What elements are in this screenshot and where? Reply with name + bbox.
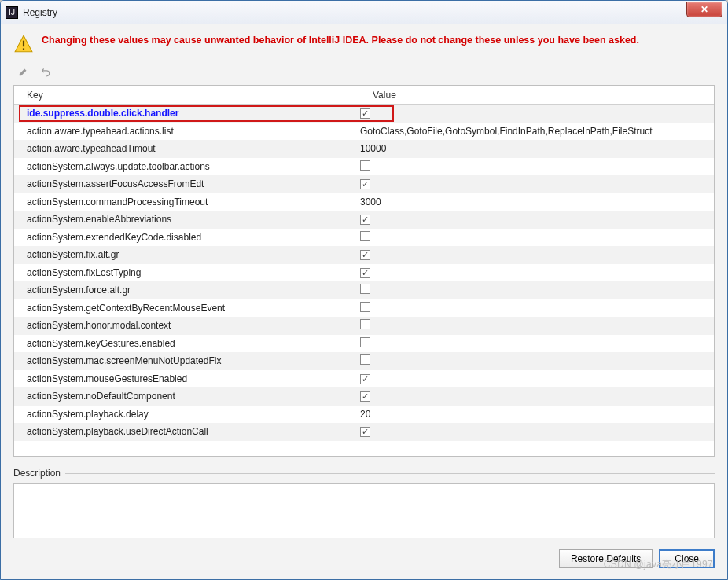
cell-value[interactable] <box>360 231 714 244</box>
cell-key: actionSystem.keyGestures.enabled <box>14 338 360 349</box>
window-title: Registry <box>23 7 686 18</box>
checkbox[interactable] <box>360 250 370 260</box>
checkbox[interactable] <box>360 391 370 402</box>
cell-value[interactable] <box>360 108 714 119</box>
cell-value[interactable] <box>360 214 714 225</box>
description-label-row: Description <box>13 468 715 479</box>
warning-icon <box>13 34 34 57</box>
app-icon: IJ <box>6 6 18 19</box>
cell-key: actionSystem.noDefaultComponent <box>14 391 360 402</box>
dialog-body: Changing these values may cause unwanted… <box>1 24 727 579</box>
table-row[interactable]: actionSystem.fixLostTyping <box>14 264 714 282</box>
cell-value[interactable] <box>360 160 714 173</box>
checkbox[interactable] <box>360 319 370 329</box>
table-row[interactable]: ide.suppress.double.click.handler <box>14 105 714 123</box>
close-window-button[interactable]: ✕ <box>686 2 722 17</box>
table-row[interactable]: actionSystem.commandProcessingTimeout300… <box>14 193 714 211</box>
cell-key: action.aware.typeahead.actions.list <box>14 126 360 137</box>
registry-dialog: IJ Registry ✕ Changing these values may … <box>0 0 728 580</box>
cell-value[interactable] <box>360 337 714 350</box>
table-row[interactable]: actionSystem.noDefaultComponent <box>14 387 714 406</box>
checkbox[interactable] <box>360 354 370 365</box>
cell-value[interactable] <box>360 284 714 296</box>
table-row[interactable]: action.aware.typeahead.actions.listGotoC… <box>14 123 714 141</box>
table-row[interactable]: actionSystem.extendedKeyCode.disabled <box>14 229 714 247</box>
cell-key: actionSystem.fix.alt.gr <box>14 249 360 260</box>
checkbox[interactable] <box>360 160 370 171</box>
restore-defaults-button[interactable]: Restore Defaults <box>559 549 653 568</box>
checkbox[interactable] <box>360 427 370 437</box>
description-group: Description <box>13 468 715 538</box>
cell-key: actionSystem.commandProcessingTimeout <box>14 196 360 207</box>
titlebar: IJ Registry ✕ <box>1 1 727 24</box>
cell-key: action.aware.typeaheadTimout <box>14 143 360 154</box>
warning-text: Changing these values may cause unwanted… <box>42 34 639 46</box>
cell-key: actionSystem.honor.modal.context <box>14 320 360 331</box>
cell-key: actionSystem.force.alt.gr <box>14 284 360 296</box>
table-row[interactable]: actionSystem.keyGestures.enabled <box>14 335 714 353</box>
table-row[interactable]: actionSystem.assertFocusAccessFromEdt <box>14 175 714 193</box>
cell-value[interactable] <box>360 267 714 278</box>
cell-value[interactable] <box>360 373 714 384</box>
undo-icon[interactable] <box>39 64 53 79</box>
table-row[interactable]: actionSystem.playback.useDirectActionCal… <box>14 423 714 441</box>
cell-key: actionSystem.mouseGesturesEnabled <box>14 373 360 384</box>
table-row[interactable]: actionSystem.playback.delay20 <box>14 406 714 424</box>
svg-rect-1 <box>23 48 24 50</box>
column-header-key[interactable]: Key <box>14 86 360 104</box>
cell-value[interactable]: 3000 <box>360 196 714 207</box>
divider <box>65 473 715 474</box>
cell-value[interactable] <box>360 302 714 314</box>
table-row[interactable]: actionSystem.always.update.toolbar.actio… <box>14 158 714 176</box>
cell-value[interactable] <box>360 249 714 260</box>
table-header: Key Value <box>14 86 714 105</box>
cell-value[interactable] <box>360 178 714 189</box>
table-row[interactable]: actionSystem.getContextByRecentMouseEven… <box>14 299 714 318</box>
column-header-value[interactable]: Value <box>360 86 714 104</box>
checkbox[interactable] <box>360 215 370 225</box>
description-box[interactable] <box>13 483 715 538</box>
close-icon: ✕ <box>700 4 708 15</box>
close-button[interactable]: Close <box>659 549 715 568</box>
description-label: Description <box>13 468 61 479</box>
cell-key: actionSystem.always.update.toolbar.actio… <box>14 161 360 172</box>
warning-banner: Changing these values may cause unwanted… <box>13 34 715 57</box>
cell-key: actionSystem.extendedKeyCode.disabled <box>14 232 360 243</box>
cell-value[interactable] <box>360 391 714 402</box>
cell-value[interactable] <box>360 354 714 367</box>
cell-value[interactable] <box>360 426 714 437</box>
checkbox[interactable] <box>360 374 370 384</box>
checkbox[interactable] <box>360 108 370 119</box>
table-row[interactable]: actionSystem.force.alt.gr <box>14 281 714 299</box>
table-row[interactable]: actionSystem.honor.modal.context <box>14 317 714 335</box>
cell-key: actionSystem.mac.screenMenuNotUpdatedFix <box>14 355 360 366</box>
table-row[interactable]: actionSystem.mac.screenMenuNotUpdatedFix <box>14 352 714 370</box>
cell-key: actionSystem.assertFocusAccessFromEdt <box>14 178 360 189</box>
cell-value[interactable]: 20 <box>360 409 714 420</box>
cell-key: actionSystem.fixLostTyping <box>14 267 360 278</box>
checkbox[interactable] <box>360 284 370 294</box>
table-row[interactable]: actionSystem.mouseGesturesEnabled <box>14 370 714 388</box>
cell-key: actionSystem.getContextByRecentMouseEven… <box>14 303 360 314</box>
checkbox[interactable] <box>360 268 370 278</box>
registry-table: Key Value ide.suppress.double.click.hand… <box>13 85 715 457</box>
cell-key: actionSystem.playback.useDirectActionCal… <box>14 426 360 437</box>
table-row[interactable]: actionSystem.enableAbbreviations <box>14 211 714 229</box>
cell-value[interactable]: 10000 <box>360 143 714 154</box>
cell-key: actionSystem.enableAbbreviations <box>14 214 360 225</box>
cell-value[interactable]: GotoClass,GotoFile,GotoSymbol,FindInPath… <box>360 126 714 137</box>
button-row: Restore Defaults Close CSDN @java亮小白1997 <box>13 549 715 568</box>
checkbox[interactable] <box>360 302 370 312</box>
cell-value[interactable] <box>360 319 714 332</box>
table-row[interactable]: action.aware.typeaheadTimout10000 <box>14 140 714 158</box>
checkbox[interactable] <box>360 231 370 241</box>
edit-icon[interactable] <box>17 64 31 79</box>
cell-key: actionSystem.playback.delay <box>14 409 360 420</box>
mini-toolbar <box>13 63 715 85</box>
table-row[interactable]: actionSystem.fix.alt.gr <box>14 246 714 264</box>
checkbox[interactable] <box>360 179 370 189</box>
cell-key: ide.suppress.double.click.handler <box>14 108 360 119</box>
checkbox[interactable] <box>360 337 370 347</box>
svg-rect-0 <box>23 41 24 47</box>
table-body[interactable]: ide.suppress.double.click.handleraction.… <box>14 105 714 456</box>
